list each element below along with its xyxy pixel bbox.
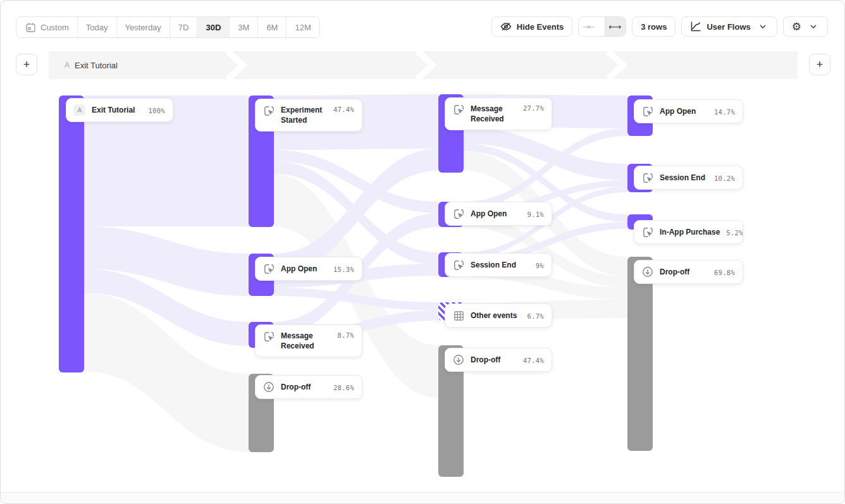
- flow-node-percent: 9.1%: [527, 210, 545, 218]
- footer-bar: [1, 492, 844, 503]
- flow-node-label: In-App Purchase: [660, 227, 720, 237]
- date-range-12m[interactable]: 12M: [286, 17, 319, 37]
- date-range-today[interactable]: Today: [77, 17, 116, 37]
- event-icon: [453, 259, 464, 271]
- date-range-group: CustomTodayYesterday7D30D3M6M12M: [16, 16, 320, 38]
- flow-node-label: App Open: [471, 209, 507, 219]
- collapse-columns-button[interactable]: →←: [579, 17, 600, 36]
- flow-node-label: Exit Tutorial: [92, 105, 135, 115]
- flow-node-label: Experiment Started: [281, 105, 327, 125]
- line-chart-icon: [690, 21, 701, 32]
- step-chevron-icon: [225, 51, 247, 79]
- other-events-icon: [453, 310, 464, 321]
- flow-node-app-open-4[interactable]: App Open14.7%: [634, 99, 743, 123]
- date-range-custom[interactable]: Custom: [16, 17, 77, 37]
- event-icon: [642, 226, 653, 238]
- flow-node-experiment-started[interactable]: Experiment Started47.4%: [255, 99, 362, 132]
- date-range-6m[interactable]: 6M: [257, 17, 286, 37]
- flow-node-label: App Open: [281, 264, 317, 274]
- flow-node-label: Message Received: [281, 331, 331, 351]
- event-icon: [263, 105, 274, 116]
- event-icon: [263, 263, 274, 274]
- hide-events-button[interactable]: Hide Events: [491, 16, 572, 37]
- flow-node-percent: 8.7%: [338, 331, 355, 339]
- event-icon: [263, 331, 274, 342]
- date-range-7d[interactable]: 7D: [170, 17, 197, 37]
- date-range-label: Custom: [40, 23, 69, 32]
- date-range-label: Today: [86, 23, 108, 32]
- flow-node-label: Session End: [660, 173, 705, 183]
- flow-node-drop-off-2[interactable]: Drop-off28.6%: [255, 375, 362, 399]
- flow-node-percent: 27.7%: [523, 104, 544, 112]
- flow-node-percent: 69.8%: [714, 268, 735, 276]
- settings-button[interactable]: ⚙: [783, 16, 828, 37]
- date-range-3m[interactable]: 3M: [229, 17, 257, 37]
- chevron-down-icon: [808, 21, 819, 32]
- flow-node-other-events-3[interactable]: Other events6.7%: [445, 304, 552, 328]
- date-range-label: Yesterday: [125, 23, 161, 32]
- flow-node-percent: 6.7%: [527, 312, 545, 320]
- flow-node-message-received-2[interactable]: Message Received8.7%: [255, 324, 362, 357]
- event-letter-badge: A: [74, 104, 85, 116]
- flow-node-percent: 9%: [536, 261, 544, 269]
- flow-step-header[interactable]: A Exit Tutorial: [49, 51, 798, 79]
- date-range-label: 12M: [295, 23, 311, 32]
- drop-off-icon: [642, 266, 653, 278]
- date-range-label: 30D: [206, 23, 221, 32]
- column-spacing-toggle: →← ←→: [578, 16, 626, 37]
- date-range-yesterday[interactable]: Yesterday: [116, 17, 170, 37]
- event-icon: [642, 106, 653, 117]
- flow-node-label: App Open: [660, 106, 696, 116]
- flow-node-percent: 14.7%: [714, 108, 735, 116]
- flow-node-percent: 28.6%: [333, 383, 354, 391]
- flow-start-badge: A: [65, 61, 70, 70]
- flow-node-percent: 47.4%: [333, 105, 354, 113]
- step-chevron-icon: [415, 51, 436, 79]
- add-step-button-right[interactable]: +: [809, 54, 830, 75]
- add-step-button-left[interactable]: +: [16, 54, 37, 75]
- view-selector-label: User Flows: [706, 22, 750, 32]
- flow-node-label: Session End: [471, 260, 516, 270]
- flow-node-label: Drop-off: [281, 382, 311, 392]
- view-selector-button[interactable]: User Flows: [681, 16, 777, 37]
- flow-node-drop-off-4[interactable]: Drop-off69.8%: [634, 260, 743, 284]
- date-range-label: 3M: [238, 23, 249, 32]
- toolbar: CustomTodayYesterday7D30D3M6M12M Hide Ev…: [1, 1, 844, 42]
- flow-node-session-end-4[interactable]: Session End10.2%: [634, 166, 743, 190]
- flow-node-label: Message Received: [471, 104, 517, 124]
- rows-label: 3 rows: [641, 22, 667, 32]
- chevron-down-icon: [757, 21, 768, 32]
- flow-node-percent: 47.4%: [523, 356, 544, 364]
- toolbar-right: Hide Events →← ←→ 3 rows User Flows: [491, 16, 828, 37]
- date-range-30d[interactable]: 30D: [197, 17, 229, 37]
- flow-node-percent: 5.2%: [726, 228, 743, 237]
- flow-node-drop-off-3[interactable]: Drop-off47.4%: [445, 348, 552, 372]
- step-chevron-icon: [605, 51, 627, 79]
- flow-node-label: Other events: [471, 310, 517, 321]
- flow-start-label: A Exit Tutorial: [49, 61, 118, 70]
- flow-node-percent: 15.3%: [333, 265, 354, 273]
- flow-node-app-open-3[interactable]: App Open9.1%: [445, 202, 552, 226]
- date-range-label: 7D: [178, 23, 189, 32]
- flow-node-app-open-2[interactable]: App Open15.3%: [255, 257, 362, 281]
- hide-events-label: Hide Events: [517, 22, 564, 32]
- rows-button[interactable]: 3 rows: [632, 16, 675, 37]
- flow-node-in-app-purchase-4[interactable]: In-App Purchase5.2%: [634, 220, 743, 244]
- expand-columns-button[interactable]: ←→: [605, 17, 626, 36]
- flow-node-percent: 100%: [149, 106, 166, 114]
- flow-node-message-received-3[interactable]: Message Received27.7%: [445, 97, 552, 130]
- user-flows-app: AExit Tutorial100%Experiment Started47.4…: [0, 0, 845, 504]
- drop-off-icon: [453, 354, 464, 366]
- calendar-icon: [25, 22, 36, 33]
- event-icon: [642, 172, 653, 183]
- date-range-label: 6M: [266, 23, 278, 32]
- drop-off-icon: [263, 381, 274, 393]
- flow-start-name: Exit Tutorial: [75, 61, 118, 70]
- flow-node-exit-tutorial[interactable]: AExit Tutorial100%: [66, 98, 173, 122]
- flow-bar-exit-tutorial[interactable]: [59, 95, 84, 372]
- gear-icon: ⚙: [792, 22, 801, 32]
- flow-node-label: Drop-off: [471, 355, 500, 365]
- flow-bar-drop-off-4[interactable]: [627, 257, 653, 451]
- flow-node-percent: 10.2%: [714, 174, 735, 182]
- flow-node-session-end-3[interactable]: Session End9%: [445, 253, 552, 277]
